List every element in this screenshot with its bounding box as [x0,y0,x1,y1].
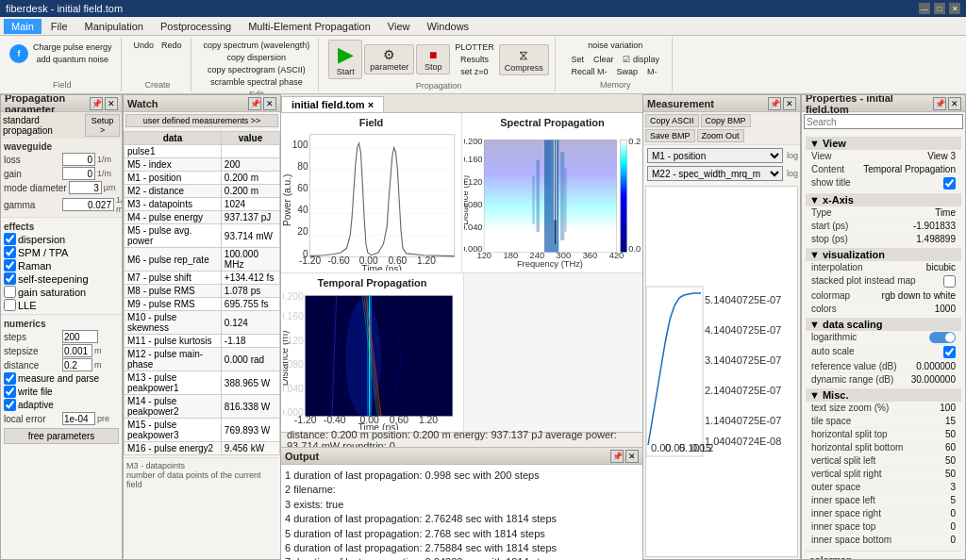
stacked-plot-check[interactable] [943,275,956,288]
local-error-input[interactable] [62,412,95,425]
copy-spectrum-button[interactable]: copy spectrum (wavelength) [201,40,313,51]
display-button[interactable]: ☑ display [620,54,662,65]
scramble-phase-button[interactable]: scramble spectral phase [201,76,313,88]
plotter-button[interactable]: PLOTTER [452,41,497,53]
watch-close-button[interactable]: ✕ [263,97,276,110]
recall-button[interactable]: Recall M- [568,66,609,77]
set-button[interactable]: Set [568,54,587,65]
menu-windows[interactable]: Windows [419,19,476,34]
watch-value-cell: 816.338 W [221,395,279,419]
dispersion-check[interactable] [4,233,16,245]
measure-check[interactable] [4,372,16,385]
setz-button[interactable]: set z=0 [452,66,497,77]
misc-section-header[interactable]: ▼ Misc. [806,388,961,402]
view-section-header[interactable]: ▼ View [806,137,961,150]
watch-value-cell: 100.000 MHz [221,248,279,272]
start-button[interactable]: ▶ Start [328,40,362,79]
properties-pin-button[interactable]: 📌 [933,97,946,110]
properties-content[interactable]: ▼ View View View 3 Content Temporal Prop… [802,131,965,559]
loss-input[interactable] [62,153,95,166]
watch-scroll[interactable]: data value pulse1M5 - index200M1 - posit… [124,131,280,559]
measurement-close-button[interactable]: ✕ [783,97,796,110]
copy-bmp-button[interactable]: Copy BMP [701,114,751,127]
data-scaling-section-header[interactable]: ▼ data scaling [806,318,961,331]
setup-button[interactable]: Setup > [85,114,120,137]
output-content[interactable]: 1 duration of last propagation: 0.998 se… [281,465,642,560]
distance-input[interactable] [62,358,92,371]
menu-manipulation[interactable]: Manipulation [77,19,151,34]
watch-value-cell: 1024 [221,198,279,211]
menu-multi-element[interactable]: Multi-Element Propagation [241,19,378,34]
steps-input[interactable] [62,330,98,343]
close-button[interactable]: ✕ [949,3,960,14]
gamma-input[interactable] [62,198,114,211]
svg-text:-0.60: -0.60 [328,255,351,266]
menu-file[interactable]: File [43,19,75,34]
redo-button[interactable]: Redo [158,40,185,51]
watch-value-cell: 9.456 kW [221,442,279,455]
stop-button[interactable]: ■ Stop [416,44,450,74]
parameter-button[interactable]: ⚙ parameter [364,44,414,74]
menu-postprocessing[interactable]: Postprocessing [153,19,239,34]
propagation-close-button[interactable]: ✕ [105,97,118,110]
lle-check[interactable] [4,299,16,311]
add-quantum-noise-button[interactable]: add quantum noise [30,54,115,65]
ds-autoscale-row: auto scale [806,345,961,360]
measurement-panel-title: Measurement [647,98,714,109]
tab-initial-field[interactable]: initial field.tom × [281,96,384,112]
autoscale-check[interactable] [943,346,956,358]
raman-check[interactable] [4,259,16,272]
charge-pulse-energy-button[interactable]: Charge pulse energy [30,41,115,53]
propagation-scroll[interactable]: standard propagation Setup > waveguide l… [1,112,122,559]
noise-variation-button[interactable]: noise variation [568,40,662,51]
free-params-button[interactable]: free parameters [4,428,119,444]
show-title-check[interactable] [943,177,956,189]
zoom-out-button[interactable]: Zoom Out [697,129,744,142]
self-steepening-check[interactable] [4,272,16,285]
gain-saturation-check[interactable] [4,286,16,298]
m1-select[interactable]: M1 - position [647,148,783,163]
undo-button[interactable]: Undo [131,40,158,51]
misc-tile-row: tile space 15 [806,415,961,428]
maximize-button[interactable]: □ [934,3,945,14]
watch-value-cell: 0.200 m [221,172,279,185]
propagation-pin-button[interactable]: 📌 [90,97,103,110]
waveguide-label: waveguide [4,141,119,152]
copy-dispersion-button[interactable]: copy dispersion [201,52,313,63]
results-button[interactable]: Results [452,54,497,65]
adaptive-check[interactable] [4,399,16,411]
copy-spectrogram-button[interactable]: copy spectrogram (ASCII) [201,64,313,75]
menu-main[interactable]: Main [4,19,42,34]
log-toggle[interactable] [929,332,956,343]
write-file-check[interactable] [4,386,16,398]
ribbon-field-label: Field [53,80,72,90]
compress-button[interactable]: ⧖ Compress [499,44,549,75]
window-controls: — □ ✕ [919,3,960,14]
measurement-panel: Measurement 📌 ✕ Copy ASCII Copy BMP Save… [642,94,801,560]
watch-pin-button[interactable]: 📌 [248,97,261,110]
gain-input[interactable] [62,167,95,180]
properties-close-button[interactable]: ✕ [948,97,961,110]
effect-dispersion: dispersion [4,233,119,245]
minimize-button[interactable]: — [919,3,930,14]
spm-check[interactable] [4,246,16,258]
m22-select[interactable]: M22 - spec_width_mrq_m [647,166,783,181]
mode-diameter-input[interactable] [69,181,102,194]
properties-search-input[interactable] [804,114,963,129]
m-button[interactable]: M- [644,66,660,77]
steps-row: steps [4,330,119,343]
output-close-button[interactable]: ✕ [625,450,639,463]
clear-button[interactable]: Clear [591,54,617,65]
vis-section-header[interactable]: ▼ visualization [806,248,961,261]
stepsize-input[interactable] [62,344,92,357]
user-measurements-button[interactable]: user defined measurements >> [125,114,278,127]
measurement-pin-button[interactable]: 📌 [768,97,781,110]
watch-data-cell: M5 - index [125,158,222,172]
xaxis-section-header[interactable]: ▼ x-Axis [806,193,961,206]
swap-button[interactable]: Swap [613,66,641,77]
menu-view[interactable]: View [380,19,418,34]
effect-self-steepening: self-steepening [4,272,119,285]
copy-ascii-button[interactable]: Copy ASCII [645,114,699,127]
output-pin-button[interactable]: 📌 [610,450,624,463]
save-bmp-button[interactable]: Save BMP [645,129,695,142]
